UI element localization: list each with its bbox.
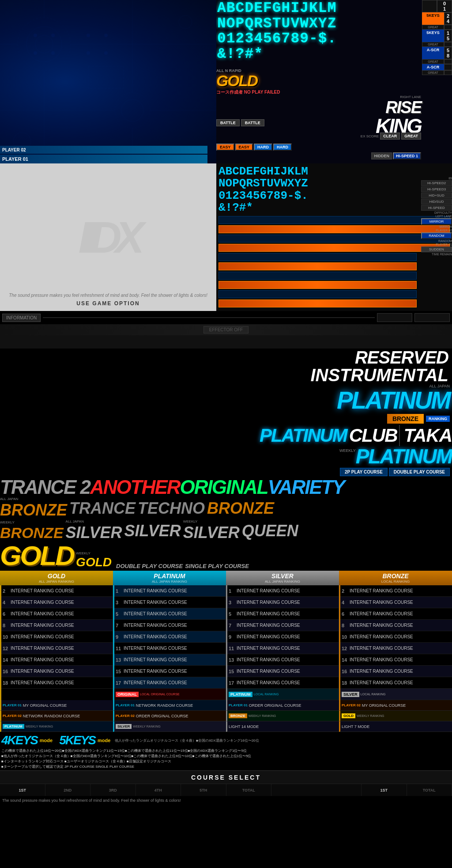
list-item[interactable]: PLAYER 02 MY ORIGINAL COURSE: [339, 700, 452, 711]
random-btn-1[interactable]: RANDOM: [421, 232, 452, 239]
list-item[interactable]: LIGHT 7 MODE: [339, 721, 452, 732]
row-num: 4: [342, 600, 350, 605]
nav-total-right[interactable]: TOTAL: [407, 784, 452, 796]
list-item[interactable]: PLAYER 01 NETWORK RANDOM COURSE: [113, 700, 226, 711]
table-row[interactable]: 12 INTERNET RANKING COURSE: [340, 643, 452, 654]
battle-btn-2[interactable]: BATTLE: [241, 119, 264, 126]
table-row[interactable]: 11 INTERNET RANKING COURSE: [227, 643, 339, 654]
ascr-btn-2[interactable]: A-SCR: [422, 64, 444, 70]
nav-2nd[interactable]: 2ND: [45, 784, 91, 796]
input-bar-1[interactable]: [218, 216, 450, 224]
list-item[interactable]: LIGHT 14 MODE: [226, 721, 339, 732]
battle-btn-1[interactable]: BATTLE: [216, 119, 240, 126]
nav-5th[interactable]: 5TH: [181, 784, 226, 796]
list-item[interactable]: PLAYER 01 MY ORIGINAL COURSE: [0, 700, 113, 711]
input-bar-2[interactable]: [218, 235, 450, 243]
table-row[interactable]: 16 INTERNET RANKING COURSE: [1, 666, 113, 677]
selector-orange-3[interactable]: [218, 262, 417, 270]
hispeed-3-btn[interactable]: HI-SPEED3: [421, 186, 452, 192]
list-item[interactable]: PLAYER 02 ORDER ORIGINAL COURSE: [113, 711, 226, 721]
special-silver-row[interactable]: SILVER LOCAL RANKING: [340, 689, 452, 700]
table-row[interactable]: 9 INTERNET RANKING COURSE: [227, 631, 339, 643]
table-row[interactable]: 12 INTERNET RANKING COURSE: [1, 643, 113, 654]
table-row[interactable]: 5 INTERNET RANKING COURSE: [227, 608, 339, 620]
table-row[interactable]: 1 INTERNET RANKING COURSE: [114, 585, 226, 597]
table-row[interactable]: 18 INTERNET RANKING COURSE: [340, 677, 452, 689]
special-original-row[interactable]: ORIGINAL LOCAL ORIGINAL COURSE: [114, 689, 226, 700]
rise-text: RISE: [376, 99, 421, 116]
table-row[interactable]: 4 INTERNET RANKING COURSE: [340, 597, 452, 608]
nav-1st-right[interactable]: 1ST: [362, 784, 407, 796]
table-row[interactable]: 1 INTERNET RANKING COURSE: [227, 585, 339, 597]
hidsud-btn[interactable]: HID+SUD: [421, 193, 452, 198]
table-row[interactable]: 18 INTERNET RANKING COURSE: [1, 677, 113, 689]
nav-4th[interactable]: 4TH: [136, 784, 181, 796]
table-row[interactable]: 4 INTERNET RANKING COURSE: [1, 597, 113, 608]
input-bar-3[interactable]: [218, 253, 417, 261]
hispeed-2-btn[interactable]: HI-SPEED2: [421, 180, 452, 186]
hard-btn-2[interactable]: HARD: [273, 144, 292, 151]
hid-sud-btn[interactable]: HID/SUD: [421, 199, 452, 205]
course-name: INTERNET RANKING COURSE: [350, 600, 451, 605]
input-bar-4[interactable]: [218, 272, 417, 280]
list-item[interactable]: GOLD WEEKLY RANKING: [339, 711, 452, 721]
table-row[interactable]: 7 INTERNET RANKING COURSE: [227, 620, 339, 631]
table-row[interactable]: 13 INTERNET RANKING COURSE: [227, 654, 339, 666]
clear-btn[interactable]: CLEAR: [380, 133, 400, 140]
light-7-label: LIGHT 7 MODE: [342, 724, 369, 729]
table-row[interactable]: 14 INTERNET RANKING COURSE: [1, 654, 113, 666]
list-item[interactable]: PLAYER 02 NETWORK RANDOM COURSE: [0, 711, 113, 721]
table-row[interactable]: 10 INTERNET RANKING COURSE: [1, 631, 113, 643]
keys-btn-1[interactable]: 5KEYS: [422, 12, 444, 25]
table-row[interactable]: 17 INTERNET RANKING COURSE: [227, 677, 339, 689]
nav-total[interactable]: TOTAL: [226, 784, 272, 796]
table-row[interactable]: 6 INTERNET RANKING COURSE: [1, 608, 113, 620]
mirror-btn-1[interactable]: MIRROR: [421, 218, 452, 225]
table-row[interactable]: 5 INTERNET RANKING COURSE: [114, 608, 226, 620]
table-row[interactable]: 9 INTERNET RANKING COURSE: [114, 631, 226, 643]
keys-btn-2[interactable]: 5KEYS: [422, 30, 444, 42]
table-row[interactable]: 15 INTERNET RANKING COURSE: [114, 666, 226, 677]
table-row[interactable]: 17 INTERNET RANKING COURSE: [114, 677, 226, 689]
table-row[interactable]: 3 INTERNET RANKING COURSE: [114, 597, 226, 608]
table-row[interactable]: 15 INTERNET RANKING COURSE: [227, 666, 339, 677]
nav-1st[interactable]: 1ST: [0, 784, 45, 796]
table-row[interactable]: 2 INTERNET RANKING COURSE: [1, 585, 113, 597]
table-row[interactable]: 2 INTERNET RANKING COURSE: [340, 585, 452, 597]
table-row[interactable]: 8 INTERNET RANKING COURSE: [340, 620, 452, 631]
list-item[interactable]: PLAYER 01 ORDER ORIGINAL COURSE: [226, 700, 339, 711]
table-row[interactable]: 7 INTERNET RANKING COURSE: [114, 620, 226, 631]
table-row[interactable]: 14 INTERNET RANKING COURSE: [340, 654, 452, 666]
ascr-btn-1[interactable]: A-SCR: [422, 47, 444, 59]
hispeed-btn[interactable]: HI-SPEED: [421, 205, 452, 211]
selector-orange-1[interactable]: [218, 225, 450, 233]
table-row[interactable]: 13 INTERNET RANKING COURSE: [114, 654, 226, 666]
sudden-btn[interactable]: SUDDEN: [421, 246, 452, 252]
selector-orange-4[interactable]: [218, 281, 417, 289]
2p-play-course-btn[interactable]: 2P PLAY COURSE: [340, 468, 388, 476]
list-item[interactable]: SILVER WEEKLY RANKING: [113, 721, 226, 732]
course-name: INTERNET RANKING COURSE: [11, 634, 111, 639]
table-row[interactable]: 10 INTERNET RANKING COURSE: [340, 631, 452, 643]
row-num: 9: [229, 634, 237, 640]
selector-orange-5[interactable]: [218, 299, 417, 307]
double-play-course-btn[interactable]: DOUBLE PLAY COURSE: [389, 468, 450, 476]
list-item[interactable]: PLATINUM WEEKLY RANKING: [0, 721, 113, 732]
hard-btn-1[interactable]: HARD: [254, 144, 272, 151]
great-btn[interactable]: GREAT: [401, 133, 421, 140]
table-row[interactable]: 16 INTERNET RANKING COURSE: [340, 666, 452, 677]
hidden-btn[interactable]: HIDDEN: [371, 152, 392, 159]
platinum-column: 1 INTERNET RANKING COURSE 3 INTERNET RAN…: [113, 585, 226, 700]
special-platinum-row[interactable]: PLATINUM LOCAL RANKING: [227, 689, 339, 700]
table-row[interactable]: 11 INTERNET RANKING COURSE: [114, 643, 226, 654]
selector-orange-2[interactable]: [218, 244, 450, 252]
input-bar-5[interactable]: [218, 290, 417, 298]
nav-3rd[interactable]: 3RD: [90, 784, 136, 796]
table-row[interactable]: 8 INTERNET RANKING COURSE: [1, 620, 113, 631]
table-row[interactable]: 6 INTERNET RANKING COURSE: [340, 608, 452, 620]
table-row[interactable]: 3 INTERNET RANKING COURSE: [227, 597, 339, 608]
easy-btn-2[interactable]: EASY: [235, 144, 253, 151]
list-item[interactable]: BRONZE WEEKLY RANKING: [226, 711, 339, 721]
hispeed-btn-1[interactable]: HI-SPEED 1: [393, 152, 421, 159]
easy-btn-1[interactable]: EASY: [216, 144, 234, 151]
